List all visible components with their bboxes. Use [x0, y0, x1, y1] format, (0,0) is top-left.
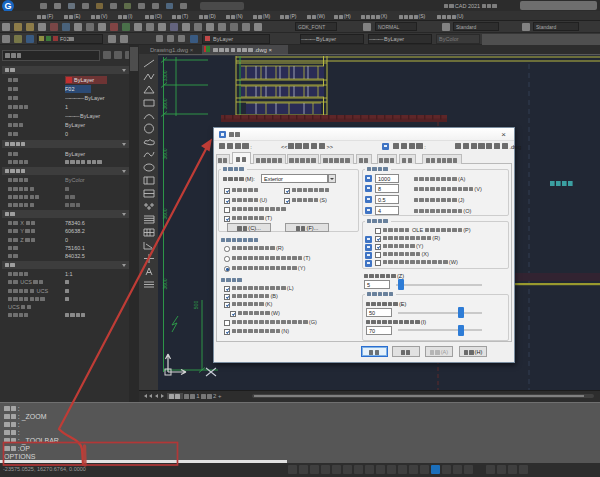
- svg-text:3600: 3600: [162, 278, 168, 289]
- svg-text:3300: 3300: [162, 70, 168, 81]
- svg-text:500: 500: [193, 301, 199, 310]
- svg-text:3600: 3600: [162, 148, 168, 159]
- svg-text:3600: 3600: [162, 208, 168, 219]
- svg-text:3600: 3600: [162, 98, 168, 109]
